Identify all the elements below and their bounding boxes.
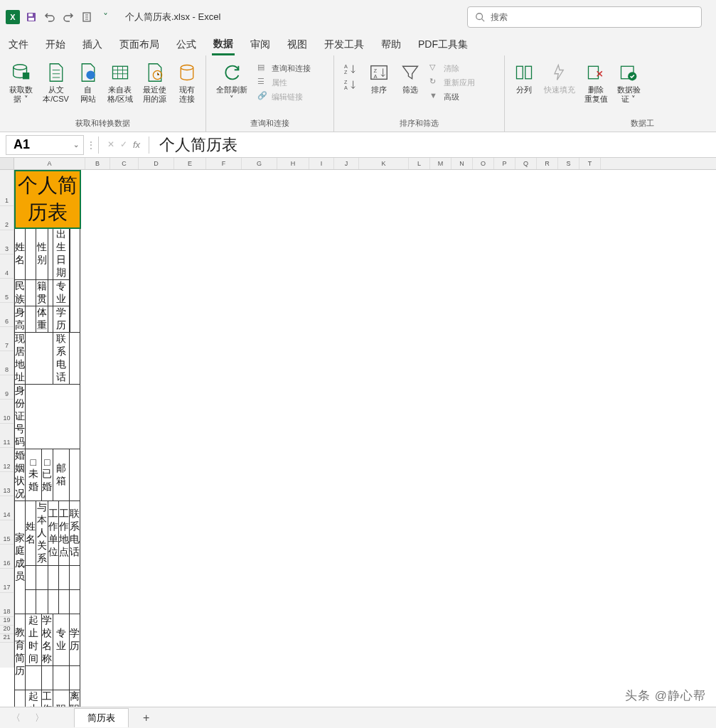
sort-button[interactable]: ZA 排序 (364, 58, 394, 97)
row-header-18[interactable]: 18 (0, 593, 14, 617)
col-header-H[interactable]: H (277, 158, 309, 169)
reapply-button[interactable]: ↻重新应用 (427, 75, 478, 90)
col-header-D[interactable]: D (139, 158, 174, 169)
col-header-A[interactable]: A (14, 158, 85, 169)
from-table-button[interactable]: 来自表 格/区域 (103, 58, 137, 107)
row-header-17[interactable]: 17 (0, 569, 14, 593)
row-header-3[interactable]: 3 (0, 230, 14, 255)
cancel-formula-icon[interactable]: ✕ (107, 139, 114, 150)
row-header-12[interactable]: 12 (0, 448, 14, 472)
row-header-15[interactable]: 15 (0, 520, 14, 545)
duplicates-icon (584, 61, 607, 84)
name-box[interactable]: A1 ⌄ (6, 135, 84, 155)
advanced-filter-button[interactable]: ▼高级 (427, 90, 478, 104)
group-label-sort-filter: 排序和筛选 (338, 118, 500, 130)
row-header-2[interactable]: 2 (0, 206, 14, 230)
row-header-1[interactable]: 1 (0, 170, 14, 206)
chevron-down-icon: ⌄ (73, 141, 79, 149)
row-header-8[interactable]: 8 (0, 351, 14, 375)
tab-formula[interactable]: 公式 (175, 36, 198, 54)
title-bar: X ˅ 个人简历表.xlsx - Excel 搜索 (0, 0, 716, 34)
clear-filter-button[interactable]: ▽清除 (427, 61, 478, 75)
col-header-J[interactable]: J (334, 158, 359, 169)
filter-button[interactable]: 筛选 (395, 58, 425, 97)
flash-fill-button[interactable]: 快速填充 (540, 58, 579, 97)
tab-view[interactable]: 视图 (286, 36, 309, 54)
tab-data[interactable]: 数据 (212, 35, 235, 55)
data-validation-button[interactable]: 数据验 证 ˅ (613, 58, 644, 107)
tab-dev[interactable]: 开发工具 (323, 36, 365, 54)
col-header-R[interactable]: R (537, 158, 558, 169)
sort-asc-button[interactable]: AZ (341, 61, 360, 77)
queries-connections-button[interactable]: ▤查询和连接 (255, 61, 314, 75)
row-header-9[interactable]: 9 (0, 375, 14, 400)
existing-connections-button[interactable]: 现有 连接 (173, 58, 201, 107)
row-header-7[interactable]: 7 (0, 327, 14, 351)
sheet-nav-next[interactable]: 〉 (31, 712, 48, 724)
svg-text:A: A (344, 85, 348, 91)
tab-insert[interactable]: 插入 (81, 36, 104, 54)
tab-file[interactable]: 文件 (7, 36, 30, 54)
remove-duplicates-button[interactable]: 删除 重复值 (580, 58, 611, 107)
row-header-11[interactable]: 11 (0, 424, 14, 448)
from-csv-button[interactable]: 从文 本/CSV (39, 58, 73, 107)
redo-icon[interactable] (61, 10, 75, 24)
tab-layout[interactable]: 页面布局 (118, 36, 161, 54)
col-header-B[interactable]: B (85, 158, 110, 169)
col-header-I[interactable]: I (309, 158, 334, 169)
text-to-columns-button[interactable]: 分列 (509, 58, 539, 97)
tab-home[interactable]: 开始 (44, 36, 67, 54)
properties-button[interactable]: ☰属性 (255, 75, 314, 90)
qat-dropdown-icon[interactable]: ˅ (98, 10, 112, 24)
worksheet-grid[interactable]: 123456789101112131415161718192021 个人简历表 … (0, 170, 716, 668)
row-header-13[interactable]: 13 (0, 472, 14, 496)
tab-help[interactable]: 帮助 (380, 36, 402, 54)
col-header-F[interactable]: F (206, 158, 242, 169)
edit-links-button[interactable]: 🔗编辑链接 (255, 90, 314, 104)
more-icon[interactable]: ⋮ (87, 140, 95, 150)
row-header-10[interactable]: 10 (0, 400, 14, 424)
sort-icon: ZA (368, 61, 390, 84)
col-header-P[interactable]: P (494, 158, 515, 169)
search-input[interactable]: 搜索 (467, 6, 702, 28)
col-header-N[interactable]: N (451, 158, 473, 169)
refresh-all-button[interactable]: 全部刷新 ˅ (210, 58, 253, 107)
get-data-button[interactable]: 获取数 据 ˅ (4, 58, 38, 107)
tab-review[interactable]: 审阅 (249, 36, 272, 54)
col-header-E[interactable]: E (174, 158, 206, 169)
svg-rect-21 (589, 66, 599, 79)
from-web-button[interactable]: 自 网站 (74, 58, 102, 107)
col-header-C[interactable]: C (110, 158, 139, 169)
col-header-G[interactable]: G (242, 158, 277, 169)
ribbon: 获取数 据 ˅ 从文 本/CSV 自 网站 来自表 格/区域 最近使 用的源 现… (0, 55, 716, 132)
svg-rect-1 (28, 14, 33, 16)
col-header-Q[interactable]: Q (515, 158, 537, 169)
col-header-O[interactable]: O (473, 158, 494, 169)
row-header-14[interactable]: 14 (0, 496, 14, 520)
sort-desc-button[interactable]: ZA (341, 77, 360, 92)
row-header-16[interactable]: 16 (0, 545, 14, 569)
list-icon: ▤ (257, 63, 269, 74)
formula-value[interactable]: 个人简历表 (152, 134, 237, 156)
form-title-cell[interactable]: 个人简历表 (15, 171, 80, 228)
undo-icon[interactable] (43, 10, 57, 24)
row-header-5[interactable]: 5 (0, 279, 14, 303)
print-icon[interactable] (80, 10, 94, 24)
save-icon[interactable] (24, 10, 38, 24)
recent-sources-button[interactable]: 最近使 用的源 (138, 58, 171, 107)
row-header-21[interactable]: 21 (0, 634, 14, 643)
fx-icon[interactable]: fx (133, 139, 140, 150)
row-header-6[interactable]: 6 (0, 303, 14, 327)
col-header-M[interactable]: M (430, 158, 451, 169)
col-header-T[interactable]: T (579, 158, 601, 169)
col-header-L[interactable]: L (409, 158, 430, 169)
col-header-S[interactable]: S (558, 158, 579, 169)
add-sheet-button[interactable]: + (134, 709, 158, 727)
row-header-4[interactable]: 4 (0, 255, 14, 279)
col-header-K[interactable]: K (359, 158, 409, 169)
sheet-nav-prev[interactable]: 〈 (7, 712, 25, 724)
sheet-tab-active[interactable]: 简历表 (74, 708, 129, 727)
enter-formula-icon[interactable]: ✓ (120, 139, 127, 150)
tab-pdf[interactable]: PDF工具集 (417, 36, 469, 54)
link-icon: 🔗 (257, 91, 269, 102)
